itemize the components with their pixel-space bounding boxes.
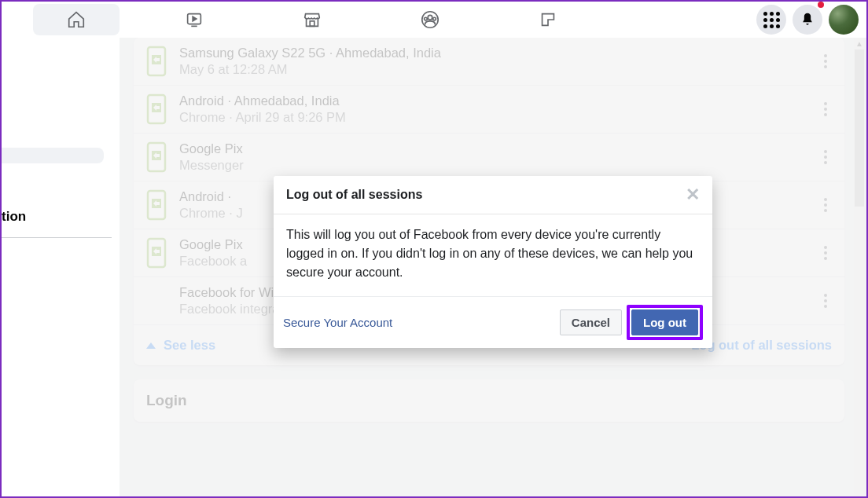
session-options-button[interactable] xyxy=(819,145,832,169)
session-options-button[interactable] xyxy=(819,193,832,217)
modal-header: Log out of all sessions ✕ xyxy=(274,176,712,214)
session-row: Samsung Galaxy S22 5G · Ahmedabad, India… xyxy=(134,38,844,86)
modal-title: Log out of all sessions xyxy=(286,188,422,202)
session-options-button[interactable] xyxy=(819,97,832,121)
session-text: Android · Ahmedabad, IndiaChrome · April… xyxy=(179,93,807,125)
scrollbar[interactable]: ▲ xyxy=(854,38,865,496)
svg-point-7 xyxy=(433,17,436,20)
session-options-button[interactable] xyxy=(819,241,832,265)
logout-button-highlight: Log out xyxy=(627,305,703,340)
gaming-icon xyxy=(538,9,558,30)
session-row: Android · Ahmedabad, IndiaChrome · April… xyxy=(134,86,844,134)
session-text: Google PixMessenger xyxy=(179,141,807,173)
session-title: Google Pix xyxy=(179,141,807,156)
scrollbar-thumb[interactable] xyxy=(855,49,864,207)
scrollbar-up-arrow[interactable]: ▲ xyxy=(855,38,864,49)
session-text: Samsung Galaxy S22 5G · Ahmedabad, India… xyxy=(179,46,807,77)
top-nav xyxy=(2,2,866,38)
session-options-button[interactable] xyxy=(819,289,832,313)
see-less-label: See less xyxy=(164,338,215,353)
session-options-button[interactable] xyxy=(819,49,832,73)
session-row: Google PixMessenger xyxy=(134,134,844,181)
device-phone-icon xyxy=(146,46,167,77)
svg-marker-1 xyxy=(193,16,197,21)
see-less-link[interactable]: See less xyxy=(146,338,215,353)
session-title: Android · Ahmedabad, India xyxy=(179,93,807,108)
secure-account-link[interactable]: Secure Your Account xyxy=(283,316,555,329)
session-title: Samsung Galaxy S22 5G · Ahmedabad, India xyxy=(179,46,807,60)
menu-button[interactable] xyxy=(756,5,786,35)
logout-all-sessions-link[interactable]: Log out of all sessions xyxy=(691,338,832,353)
session-subtitle: May 6 at 12:28 AM xyxy=(179,62,807,77)
device-phone-icon xyxy=(146,237,167,269)
logout-button[interactable]: Log out xyxy=(631,309,698,335)
bell-icon xyxy=(800,12,815,27)
nav-tab-watch[interactable] xyxy=(151,4,237,35)
session-subtitle: Chrome · April 29 at 9:26 PM xyxy=(179,110,807,125)
sidebar-section-heading: tion xyxy=(2,203,112,238)
profile-avatar[interactable] xyxy=(829,5,859,35)
left-sidebar: tion xyxy=(2,38,120,496)
device-phone-icon xyxy=(146,93,167,125)
modal-close-button[interactable]: ✕ xyxy=(686,186,700,203)
marketplace-icon xyxy=(302,9,322,30)
nav-right xyxy=(756,5,859,35)
svg-point-5 xyxy=(428,15,432,20)
nav-tab-groups[interactable] xyxy=(387,4,473,35)
watch-icon xyxy=(184,9,204,30)
sidebar-item-selected[interactable] xyxy=(2,148,104,163)
modal-body: This will log you out of Facebook from e… xyxy=(274,214,712,297)
svg-rect-3 xyxy=(310,21,314,27)
groups-icon xyxy=(420,9,440,30)
modal-footer: Secure Your Account Cancel Log out xyxy=(274,297,712,348)
nav-tab-marketplace[interactable] xyxy=(269,4,355,35)
cancel-button[interactable]: Cancel xyxy=(560,309,622,335)
device-phone-icon xyxy=(146,141,167,173)
notifications-button[interactable] xyxy=(793,5,822,35)
chevron-up-icon xyxy=(146,342,156,349)
notification-badge xyxy=(818,2,824,8)
device-icon-empty xyxy=(146,285,167,317)
device-phone-icon xyxy=(146,189,167,221)
menu-grid-icon xyxy=(763,12,780,28)
nav-tab-gaming[interactable] xyxy=(505,4,591,35)
logout-all-sessions-modal: Log out of all sessions ✕ This will log … xyxy=(274,176,712,348)
home-icon xyxy=(66,9,86,30)
svg-point-6 xyxy=(425,17,428,20)
login-heading: Login xyxy=(146,392,832,409)
session-subtitle: Messenger xyxy=(179,158,807,173)
login-card: Login xyxy=(134,379,844,422)
nav-tab-home[interactable] xyxy=(33,4,120,35)
nav-tabs xyxy=(33,4,591,35)
